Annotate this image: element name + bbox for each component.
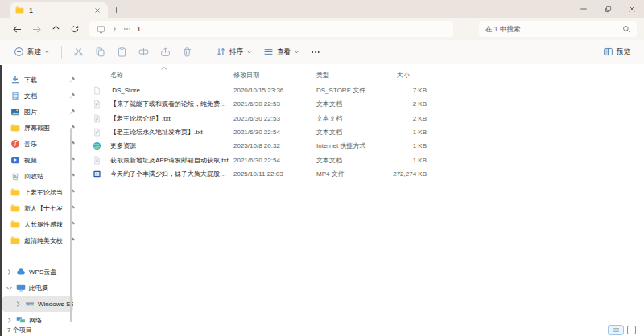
sidebar-item[interactable]: 图片 — [0, 104, 80, 120]
videos-icon — [10, 155, 20, 165]
forward-button[interactable] — [27, 20, 46, 38]
file-icon — [93, 86, 101, 95]
file-name: 获取最新地址及APP请发邮箱自动获取.txt — [110, 156, 233, 165]
new-button[interactable]: 新建 — [8, 43, 56, 62]
text-file-icon — [93, 128, 101, 137]
sidebar-item[interactable]: 回收站 — [0, 168, 80, 184]
column-header-name[interactable]: 名称 — [110, 71, 233, 80]
file-date-modified: 2021/6/30 22:54 — [233, 129, 316, 136]
file-name: 【老王论坛介绍】.txt — [110, 114, 233, 123]
more-button[interactable] — [305, 43, 326, 62]
chevron-right-icon[interactable] — [14, 301, 22, 308]
tab-title: 1 — [29, 6, 88, 14]
file-type: DS_STORE 文件 — [316, 86, 385, 95]
search-input[interactable] — [485, 25, 622, 33]
window-controls — [572, 0, 644, 18]
sidebar-item-label: 视频 — [24, 156, 37, 165]
view-list-icon — [263, 47, 274, 57]
chevron-right-icon[interactable] — [6, 268, 13, 276]
table-row[interactable]: 今天约了个丰满少妇，妹子大胸大屁股葫芦身材... 2025/10/11 22:0… — [80, 167, 644, 181]
details-view-button[interactable] — [608, 325, 624, 335]
up-button[interactable] — [46, 20, 65, 38]
table-row[interactable]: .DS_Store 2020/10/15 23:36 DS_STORE 文件 7… — [80, 84, 644, 97]
sidebar-item[interactable]: 超清纯美女校 — [0, 232, 80, 248]
file-type: 文本文档 — [316, 100, 385, 109]
sort-button[interactable]: 排序 — [210, 43, 258, 62]
sidebar-tree-list: WPS云盘 此电脑 Windows-SSD 网络 — [0, 264, 80, 328]
pin-icon — [69, 76, 76, 83]
minimize-button[interactable] — [572, 0, 596, 18]
large-icons-view-button[interactable] — [627, 326, 636, 334]
new-tab-button[interactable] — [108, 2, 124, 18]
text-file-icon — [93, 114, 101, 123]
sidebar-tree-item[interactable]: WPS云盘 — [2, 264, 73, 280]
sidebar-item[interactable]: 文档 — [0, 88, 80, 104]
this-pc-icon[interactable] — [97, 25, 105, 34]
screen-edge — [0, 65, 2, 336]
file-type: 文本文档 — [316, 128, 385, 137]
folder-icon — [10, 219, 20, 229]
text-file-icon — [93, 156, 101, 165]
preview-button[interactable]: 预览 — [597, 43, 636, 62]
toolbar-divider — [204, 46, 204, 59]
file-date-modified: 2025/10/11 22:03 — [233, 170, 316, 178]
table-row[interactable]: 获取最新地址及APP请发邮箱自动获取.txt 2021/6/30 22:54 文… — [80, 153, 644, 166]
sidebar-item-label: 屏幕截图 — [24, 124, 50, 133]
search-icon[interactable] — [622, 25, 630, 33]
rename-button[interactable] — [133, 43, 155, 62]
sidebar-item[interactable]: 视频 — [0, 152, 80, 168]
trash-icon — [182, 47, 192, 57]
back-button[interactable] — [7, 20, 27, 38]
chevron-down-icon[interactable] — [6, 285, 13, 292]
sidebar-item[interactable]: 大长腿性感辣 — [0, 216, 80, 232]
sidebar: 下载 文档 图片 屏幕截图 音乐 视频 回收站 — [0, 65, 80, 323]
navigation-bar: 1 — [0, 18, 644, 40]
close-button[interactable] — [620, 0, 644, 18]
cut-button[interactable] — [68, 43, 89, 62]
search-box — [479, 21, 637, 37]
sidebar-tree-item[interactable]: Windows-SSD — [2, 296, 73, 312]
file-rows: .DS_Store 2020/10/15 23:36 DS_STORE 文件 7… — [80, 84, 644, 181]
sidebar-tree-item-label: WPS云盘 — [29, 268, 56, 277]
sidebar-item-label: 音乐 — [24, 140, 37, 149]
explorer-tab[interactable]: 1 — [10, 2, 108, 18]
sidebar-tree-item-label: 此电脑 — [29, 284, 48, 293]
sort-icon — [216, 47, 226, 57]
sidebar-tree-item-label: Windows-SSD — [38, 301, 73, 308]
column-header-size[interactable]: 大小 — [385, 71, 427, 80]
paste-button[interactable] — [111, 43, 133, 62]
column-header-date[interactable]: 修改日期 — [233, 71, 316, 80]
table-row[interactable]: 【老王论坛介绍】.txt 2021/6/30 22:53 文本文档 2 KB — [80, 112, 644, 125]
copy-button[interactable] — [89, 43, 111, 62]
maximize-button[interactable] — [596, 0, 620, 18]
sidebar-item[interactable]: 屏幕截图 — [0, 120, 80, 136]
tab-close-icon[interactable] — [93, 6, 102, 15]
sidebar-item[interactable]: 音乐 — [0, 136, 80, 152]
delete-button[interactable] — [176, 43, 198, 62]
view-button[interactable]: 查看 — [258, 43, 305, 62]
sidebar-item[interactable]: 下载 — [0, 72, 80, 88]
table-row[interactable]: 更多资源 2025/10/8 20:32 Internet 快捷方式 1 KB — [80, 139, 644, 153]
breadcrumb-ellipsis-icon[interactable] — [123, 25, 131, 33]
share-button[interactable] — [155, 43, 176, 62]
column-headers: 名称 修改日期 类型 大小 — [80, 69, 644, 81]
more-ellipsis-icon — [311, 47, 320, 57]
downloads-icon — [10, 75, 20, 84]
file-size: 1 KB — [385, 142, 427, 150]
breadcrumb-item[interactable]: 1 — [137, 25, 141, 33]
sidebar-item[interactable]: 上老王论坛当 — [0, 184, 80, 200]
folder-icon — [15, 6, 24, 14]
sidebar-item[interactable]: 新人【十七岁 — [0, 200, 80, 216]
sidebar-item-label: 图片 — [24, 108, 37, 117]
table-row[interactable]: 【来了就能下载和观看的论坛，纯免费！】.txt 2021/6/30 22:53 … — [80, 97, 644, 111]
column-header-type[interactable]: 类型 — [316, 71, 385, 80]
chevron-down-icon — [246, 49, 252, 55]
refresh-button[interactable] — [65, 20, 85, 38]
address-bar[interactable]: 1 — [89, 21, 453, 37]
sidebar-scrollbar[interactable] — [70, 128, 72, 322]
file-name: 更多资源 — [110, 141, 233, 150]
folder-icon — [10, 236, 20, 245]
table-row[interactable]: 【老王论坛永久地址发布页】.txt 2021/6/30 22:54 文本文档 1… — [80, 125, 644, 139]
file-name: .DS_Store — [110, 87, 233, 94]
sidebar-tree-item[interactable]: 此电脑 — [2, 280, 73, 296]
